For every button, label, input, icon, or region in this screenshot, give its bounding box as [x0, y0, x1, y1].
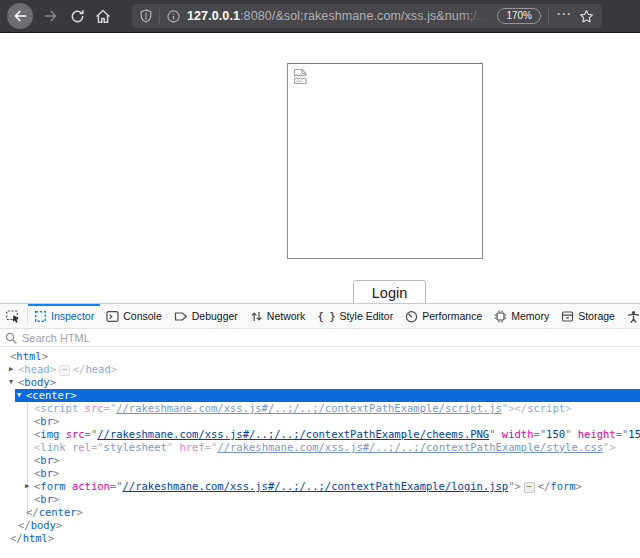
attribute-link[interactable]: //rakeshmane.com/xss.js#/..;/..;/context… [123, 480, 509, 492]
attribute-name: width [502, 428, 534, 440]
punctuation: </ [18, 519, 31, 531]
storage-icon [561, 310, 574, 323]
tree-row[interactable]: <br> [0, 493, 640, 506]
reload-button[interactable] [64, 3, 90, 29]
punctuation: > [53, 454, 59, 466]
twisty-expanded-icon[interactable]: ▼ [17, 389, 21, 402]
back-button[interactable] [7, 3, 33, 29]
space [66, 441, 72, 453]
tab-memory[interactable]: Memory [488, 304, 555, 328]
search-html-input[interactable] [22, 332, 322, 344]
zoom-level-badge[interactable]: 170% [497, 8, 541, 24]
punctuation: =" [85, 428, 98, 440]
tag-name: img [40, 428, 59, 440]
space [78, 402, 84, 414]
tree-row[interactable]: <img src="//rakeshmane.com/xss.js#/..;/.… [0, 428, 640, 441]
twisty-expanded-icon[interactable]: ▼ [9, 376, 13, 389]
tab-performance[interactable]: Performance [399, 304, 488, 328]
punctuation: </ [26, 506, 39, 518]
url-path: :8080/&sol;rakeshmane.com/xss.js&num;/..… [240, 9, 490, 23]
tree-row[interactable]: ▶<form action="//rakeshmane.com/xss.js#/… [0, 480, 640, 493]
punctuation: =" [205, 441, 218, 453]
page-actions-icon[interactable]: ⋯ [556, 9, 572, 19]
attribute-name: href [179, 441, 204, 453]
punctuation: > [42, 350, 48, 362]
tree-row[interactable]: ▼<body> [0, 376, 640, 389]
tab-label: Memory [511, 310, 549, 322]
twisty-collapsed-icon[interactable]: ▶ [25, 480, 29, 493]
tree-row[interactable]: <br> [0, 467, 640, 480]
back-icon [13, 9, 27, 23]
url-bar[interactable]: 127.0.0.1:8080/&sol;rakeshmane.com/xss.j… [132, 4, 602, 28]
page-content: Login [0, 33, 640, 303]
punctuation: > [111, 363, 117, 375]
tab-console[interactable]: Console [100, 304, 168, 328]
inspector-icon [34, 310, 47, 323]
accessibility-icon [627, 310, 640, 323]
home-button[interactable] [90, 3, 116, 29]
tree-row[interactable]: ▼<center> [0, 389, 640, 402]
tab-storage[interactable]: Storage [555, 304, 621, 328]
tag-name: br [40, 467, 53, 479]
tree-row[interactable]: <link rel="stylesheet" href="//rakeshman… [0, 441, 640, 454]
attribute-value: stylesheet [104, 441, 167, 453]
home-icon [95, 9, 111, 24]
url-text[interactable]: 127.0.0.1:8080/&sol;rakeshmane.com/xss.j… [187, 9, 490, 23]
debugger-icon [174, 310, 188, 323]
network-icon [250, 310, 263, 323]
tab-label: Network [267, 310, 306, 322]
tracking-shield-icon[interactable] [140, 9, 152, 23]
tab-accessibility[interactable]: Accessibility [621, 304, 640, 328]
site-info-icon[interactable] [167, 10, 180, 23]
punctuation: " [565, 428, 578, 440]
element-picker-button[interactable] [0, 304, 27, 328]
attribute-name: rel [72, 441, 91, 453]
tag-name: head [24, 363, 49, 375]
tree-row[interactable]: <br> [0, 454, 640, 467]
tab-debugger[interactable]: Debugger [168, 304, 244, 328]
attribute-link[interactable]: //rakeshmane.com/xss.js#/..;/..;/context… [97, 428, 489, 440]
broken-image-placeholder [287, 63, 483, 259]
tag-name: script [527, 402, 565, 414]
tree-row[interactable]: <html> [0, 350, 640, 363]
memory-icon [494, 310, 507, 323]
inline-expander[interactable]: ⋯ [59, 365, 70, 376]
tree-row[interactable]: <script src="//rakeshmane.com/xss.js#/..… [0, 402, 640, 415]
punctuation: > [77, 506, 83, 518]
tab-label: Performance [422, 310, 482, 322]
tree-row[interactable]: <br> [0, 415, 640, 428]
console-icon [106, 310, 119, 323]
tab-inspector[interactable]: Inspector [28, 304, 100, 328]
punctuation: =" [533, 428, 546, 440]
tree-row[interactable]: ▶<head>⋯</head> [0, 363, 640, 376]
punctuation: > [53, 467, 59, 479]
attribute-name: src [66, 428, 85, 440]
tree-row[interactable]: </html> [0, 532, 640, 545]
forward-button[interactable] [38, 3, 64, 29]
url-fade [460, 9, 490, 23]
tab-label: Storage [578, 310, 615, 322]
attribute-link[interactable]: //rakeshmane.com/xss.js#/..;/..;/context… [116, 402, 502, 414]
devtools-search-bar [0, 329, 640, 347]
attribute-link[interactable]: //rakeshmane.com/xss.js#/..;/..;/context… [217, 441, 603, 453]
tab-style-editor[interactable]: { } Style Editor [311, 304, 399, 328]
punctuation: =" [104, 402, 117, 414]
tree-row[interactable]: </center> [0, 506, 640, 519]
punctuation: > [576, 480, 582, 492]
tag-name: center [32, 389, 70, 401]
bookmark-star-icon[interactable] [579, 9, 594, 24]
punctuation: "> [502, 402, 515, 414]
performance-icon [405, 310, 418, 323]
inline-expander[interactable]: ⋯ [524, 482, 535, 493]
tab-network[interactable]: Network [244, 304, 312, 328]
attribute-name: height [578, 428, 616, 440]
tree-row[interactable]: </body> [0, 519, 640, 532]
tag-name: br [40, 415, 53, 427]
punctuation: </ [538, 480, 551, 492]
tab-label: Debugger [192, 310, 238, 322]
tag-name: script [40, 402, 78, 414]
twisty-collapsed-icon[interactable]: ▶ [9, 363, 13, 376]
tag-name: form [40, 480, 65, 492]
punctuation: > [53, 415, 59, 427]
punctuation: =" [110, 480, 123, 492]
